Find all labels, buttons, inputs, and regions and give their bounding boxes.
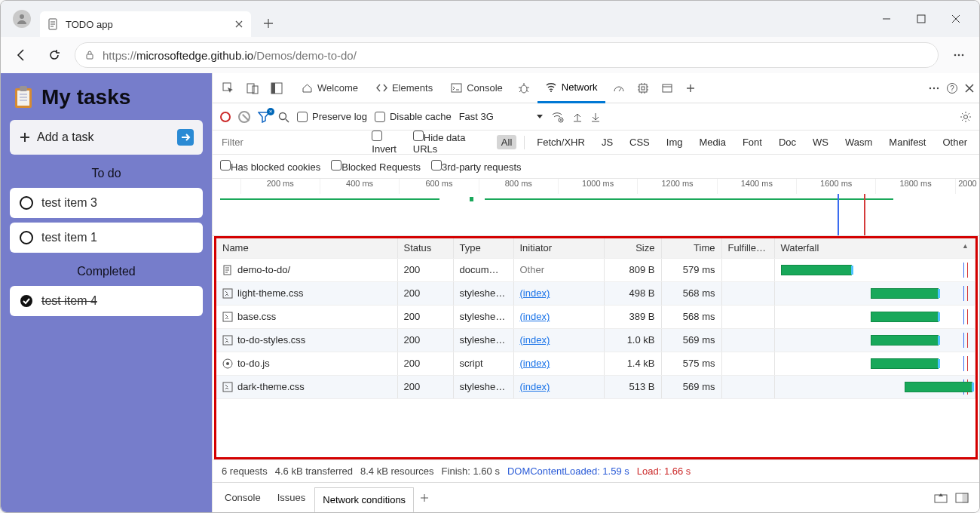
- drawer-add-tab[interactable]: [415, 483, 433, 513]
- initiator-link[interactable]: (index): [520, 334, 550, 346]
- table-row[interactable]: light-theme.css200styleshe…(index)498 B5…: [216, 281, 975, 305]
- type-filter-doc[interactable]: Doc: [774, 135, 801, 149]
- svg-point-10: [962, 54, 964, 57]
- back-button[interactable]: [8, 42, 34, 68]
- type-filter-ws[interactable]: WS: [808, 135, 833, 149]
- search-button[interactable]: [277, 111, 289, 123]
- drawer-tab-console[interactable]: Console: [217, 483, 268, 513]
- type-filter-fetchxhr[interactable]: Fetch/XHR: [532, 135, 590, 149]
- profile-avatar[interactable]: [13, 10, 31, 28]
- clear-button[interactable]: [238, 111, 250, 123]
- help-button[interactable]: ?: [946, 82, 958, 94]
- tab-console[interactable]: Console: [443, 73, 510, 103]
- inspect-element-button[interactable]: [217, 73, 240, 103]
- has-blocked-cookies-checkbox[interactable]: Has blocked cookies: [220, 160, 320, 173]
- tab-application[interactable]: [657, 73, 678, 103]
- network-conditions-button[interactable]: [551, 110, 565, 124]
- drawer-tab-issues[interactable]: Issues: [270, 483, 314, 513]
- submit-arrow-icon[interactable]: [177, 129, 194, 146]
- request-initiator: (index): [513, 352, 604, 375]
- type-filter-other[interactable]: Other: [938, 135, 972, 149]
- col-initiator[interactable]: Initiator: [513, 238, 604, 258]
- task-row[interactable]: test item 1: [10, 223, 203, 253]
- home-icon: [302, 82, 313, 94]
- drawer-tab-network-conditions[interactable]: Network conditions: [314, 487, 414, 513]
- add-tab-button[interactable]: [681, 73, 700, 103]
- overview-tick: 1200 ms: [638, 179, 717, 194]
- device-toolbar-button[interactable]: [241, 73, 264, 103]
- tab-welcome[interactable]: Welcome: [294, 73, 366, 103]
- blocked-requests-checkbox[interactable]: Blocked Requests: [331, 160, 421, 173]
- col-name[interactable]: Name: [216, 238, 397, 258]
- network-settings-button[interactable]: [960, 111, 972, 123]
- col-type[interactable]: Type: [453, 238, 513, 258]
- refresh-button[interactable]: [41, 42, 67, 68]
- col-size[interactable]: Size: [604, 238, 661, 258]
- type-filter-manifest[interactable]: Manifest: [884, 135, 930, 149]
- devtools-more-button[interactable]: [928, 82, 940, 94]
- type-filter-img[interactable]: Img: [662, 135, 688, 149]
- devtools-close-button[interactable]: [964, 83, 975, 94]
- dock-side-button[interactable]: [265, 73, 288, 103]
- initiator-link[interactable]: (index): [520, 358, 550, 369]
- request-size: 1.4 kB: [604, 352, 661, 375]
- initiator-link[interactable]: (index): [520, 287, 550, 299]
- close-icon[interactable]: [234, 20, 243, 29]
- drawer-expand-button[interactable]: [934, 493, 948, 503]
- devtools-tabs: Welcome Elements Console Network ?: [213, 73, 979, 103]
- summary-resources: 8.4 kB resources: [360, 465, 434, 477]
- window-close[interactable]: [939, 7, 973, 31]
- task-row[interactable]: test item 3: [10, 188, 203, 218]
- table-row[interactable]: dark-theme.css200styleshe…(index)513 B56…: [216, 375, 975, 398]
- preserve-log-checkbox[interactable]: Preserve log: [297, 111, 367, 122]
- col-status[interactable]: Status: [397, 238, 453, 258]
- window-minimize[interactable]: [869, 7, 904, 31]
- browser-tab[interactable]: TODO app: [40, 11, 251, 37]
- type-filter-wasm[interactable]: Wasm: [841, 135, 877, 149]
- filter-input[interactable]: [220, 136, 364, 149]
- task-row[interactable]: test item 4: [10, 286, 203, 316]
- tab-network[interactable]: Network: [537, 73, 605, 103]
- type-filter-media[interactable]: Media: [694, 135, 730, 149]
- throttle-select[interactable]: Fast 3G: [459, 111, 544, 122]
- tab-memory[interactable]: [632, 73, 654, 103]
- invert-checkbox[interactable]: Invert: [372, 131, 405, 155]
- third-party-checkbox[interactable]: 3rd-party requests: [431, 160, 522, 173]
- hide-data-urls-checkbox[interactable]: Hide data URLs: [413, 131, 489, 155]
- disable-cache-checkbox[interactable]: Disable cache: [375, 111, 452, 122]
- waterfall-cell: [781, 263, 969, 278]
- add-task-card[interactable]: Add a task: [10, 120, 203, 155]
- export-har-button[interactable]: [590, 112, 601, 122]
- col-fulfilled[interactable]: Fulfilled…: [721, 238, 774, 258]
- table-row[interactable]: to-do.js200script(index)1.4 kB575 ms: [216, 352, 975, 375]
- window-maximize[interactable]: [904, 7, 939, 31]
- request-name: light-theme.css: [222, 287, 391, 299]
- network-overview[interactable]: 200 ms400 ms600 ms800 ms1000 ms1200 ms14…: [213, 179, 979, 236]
- address-bar: https://microsoftedge.github.io/Demos/de…: [1, 37, 979, 73]
- tab-elements[interactable]: Elements: [369, 73, 440, 103]
- type-filter-font[interactable]: Font: [738, 135, 767, 149]
- type-filter-css[interactable]: CSS: [625, 135, 654, 149]
- table-row[interactable]: base.css200styleshe…(index)389 B568 ms: [216, 305, 975, 328]
- person-icon: [16, 13, 28, 25]
- overview-tick: 2000: [956, 179, 979, 194]
- type-filter-js[interactable]: JS: [597, 135, 617, 149]
- url-input[interactable]: https://microsoftedge.github.io/Demos/de…: [75, 42, 939, 68]
- network-request-table[interactable]: Name Status Type Initiator Size Time Ful…: [216, 238, 975, 457]
- tab-performance[interactable]: [608, 73, 629, 103]
- col-time[interactable]: Time: [661, 238, 721, 258]
- initiator-link[interactable]: (index): [520, 311, 550, 322]
- tab-sources[interactable]: [513, 73, 534, 103]
- table-row[interactable]: to-do-styles.css200styleshe…(index)1.0 k…: [216, 328, 975, 352]
- request-name: demo-to-do/: [222, 264, 391, 275]
- initiator-link[interactable]: (index): [520, 381, 550, 392]
- record-button[interactable]: [220, 112, 231, 122]
- browser-menu-button[interactable]: [946, 48, 972, 62]
- drawer-dock-button[interactable]: [955, 493, 969, 503]
- type-filter-all[interactable]: All: [497, 135, 516, 149]
- table-row[interactable]: demo-to-do/200docum…Other809 B579 ms: [216, 258, 975, 281]
- import-har-button[interactable]: [572, 112, 583, 122]
- filter-toggle[interactable]: [258, 111, 270, 123]
- col-waterfall[interactable]: Waterfall▲: [774, 238, 975, 258]
- new-tab-button[interactable]: [257, 12, 280, 35]
